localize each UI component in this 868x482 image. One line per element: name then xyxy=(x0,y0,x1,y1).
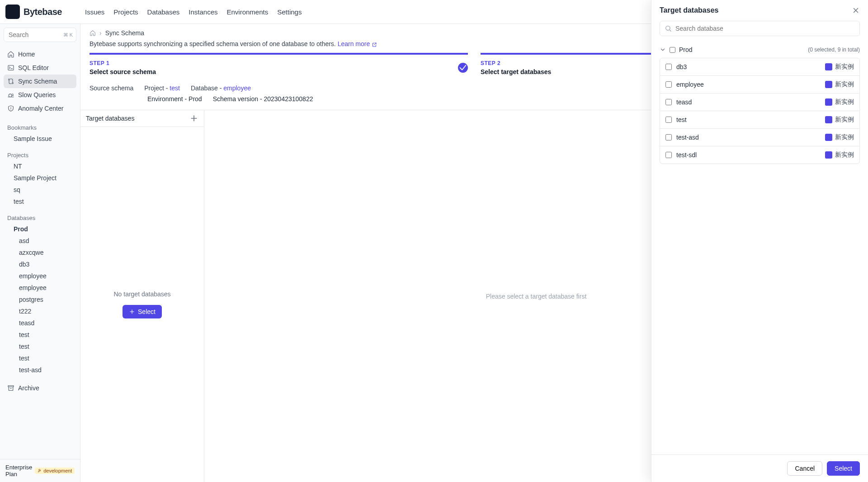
postgres-icon xyxy=(825,151,832,159)
env-select-all-checkbox[interactable] xyxy=(670,47,675,53)
plus-icon xyxy=(129,309,135,315)
db-item[interactable]: postgres xyxy=(4,294,76,305)
sidebar-projects: Projects NT Sample Project sq test xyxy=(0,150,80,207)
home-icon[interactable] xyxy=(90,30,96,36)
db-list: db3 新实例 employee 新实例 teasd xyxy=(660,58,860,164)
nav-issues[interactable]: Issues xyxy=(85,5,104,19)
sidebar-anomaly[interactable]: Anomaly Center xyxy=(4,102,76,115)
home-icon xyxy=(7,51,14,58)
plan-label: Enterprise Plan xyxy=(5,464,32,477)
db-row[interactable]: test-sdl 新实例 xyxy=(660,146,859,164)
db-item[interactable]: employee xyxy=(4,282,76,294)
database-link[interactable]: employee xyxy=(223,84,251,92)
db-item[interactable]: test xyxy=(4,329,76,341)
target-panel-title: Target databases xyxy=(86,115,134,122)
db-item[interactable]: t222 xyxy=(4,305,76,317)
sidebar-sql-editor[interactable]: SQL Editor xyxy=(4,61,76,75)
target-panel: Target databases No target databases Sel… xyxy=(80,110,204,482)
step-1-title: Select source schema xyxy=(90,68,156,75)
sidebar-slow-queries[interactable]: Slow Queries xyxy=(4,88,76,102)
postgres-icon xyxy=(825,134,832,141)
chevron-down-icon xyxy=(660,47,666,53)
bookmark-sample-issue[interactable]: Sample Issue xyxy=(4,133,76,145)
env-link[interactable]: Prod xyxy=(189,95,202,103)
project-item[interactable]: NT xyxy=(4,160,76,172)
database-label: Database - xyxy=(191,84,222,92)
db-checkbox[interactable] xyxy=(665,81,672,88)
brand-logo[interactable]: Bytebase xyxy=(5,5,78,19)
sidebar-item-label: Slow Queries xyxy=(18,91,56,98)
drawer-search-input[interactable] xyxy=(675,25,855,32)
projects-title: Projects xyxy=(4,150,76,160)
cancel-label: Cancel xyxy=(795,465,815,472)
instance-name: 新实例 xyxy=(835,151,854,159)
db-row[interactable]: employee 新实例 xyxy=(660,76,859,94)
sidebar-home[interactable]: Home xyxy=(4,47,76,61)
dev-badge: development xyxy=(35,468,75,474)
env-name: Prod xyxy=(679,46,693,53)
add-target-button[interactable] xyxy=(189,114,198,123)
instance-name: 新实例 xyxy=(835,133,854,141)
sidebar-item-label: Anomaly Center xyxy=(18,105,63,112)
db-item[interactable]: test xyxy=(4,341,76,352)
db-env-prod[interactable]: Prod xyxy=(4,223,76,235)
db-item[interactable]: test xyxy=(4,352,76,364)
sidebar-archive-wrap: Archive xyxy=(0,379,80,397)
drawer-header: Target databases xyxy=(651,0,868,21)
nav-projects[interactable]: Projects xyxy=(113,5,138,19)
db-row[interactable]: test 新实例 xyxy=(660,111,859,129)
db-checkbox[interactable] xyxy=(665,117,672,123)
select-targets-label: Select xyxy=(138,308,156,315)
step-2-title: Select target databases xyxy=(481,68,551,75)
db-checkbox[interactable] xyxy=(665,134,672,140)
db-row[interactable]: teasd 新实例 xyxy=(660,94,859,111)
nav-environments[interactable]: Environments xyxy=(226,5,268,19)
db-item[interactable]: db3 xyxy=(4,258,76,270)
db-row[interactable]: test-asd 新实例 xyxy=(660,129,859,146)
db-item[interactable]: azxcqwe xyxy=(4,247,76,258)
close-drawer-button[interactable] xyxy=(852,6,860,14)
db-checkbox[interactable] xyxy=(665,64,672,70)
select-label: Select xyxy=(835,465,852,472)
sidebar-item-label: Archive xyxy=(18,384,39,392)
db-name: employee xyxy=(676,81,704,88)
sidebar-sync-schema[interactable]: Sync Schema xyxy=(4,75,76,88)
version-link[interactable]: 20230423100822 xyxy=(264,95,313,103)
breadcrumb-current: Sync Schema xyxy=(105,29,144,37)
wrench-icon xyxy=(38,468,42,473)
project-link[interactable]: test xyxy=(170,84,180,92)
db-item[interactable]: employee xyxy=(4,270,76,282)
select-button[interactable]: Select xyxy=(827,461,860,476)
project-item[interactable]: Sample Project xyxy=(4,172,76,184)
instance-name: 新实例 xyxy=(835,80,854,89)
nav-instances[interactable]: Instances xyxy=(189,5,217,19)
sidebar: ⌘ K Home SQL Editor Sync Schema Slow Que… xyxy=(0,24,80,482)
project-item[interactable]: test xyxy=(4,196,76,207)
db-item[interactable]: test-asd xyxy=(4,364,76,376)
sidebar-archive[interactable]: Archive xyxy=(4,381,76,395)
project-label: Project - xyxy=(144,84,168,92)
postgres-icon xyxy=(825,116,832,123)
db-checkbox[interactable] xyxy=(665,99,672,105)
db-instance: 新实例 xyxy=(825,63,854,71)
sidebar-footer: Enterprise Plan development xyxy=(0,459,80,482)
sidebar-search: ⌘ K xyxy=(4,28,76,42)
db-name: test-asd xyxy=(676,134,699,141)
learn-more-link[interactable]: Learn more xyxy=(338,40,377,47)
drawer-title: Target databases xyxy=(660,6,718,14)
db-item[interactable]: teasd xyxy=(4,317,76,329)
sidebar-item-label: Sync Schema xyxy=(18,78,57,85)
nav-databases[interactable]: Databases xyxy=(147,5,180,19)
cancel-button[interactable]: Cancel xyxy=(787,461,822,476)
sidebar-item-label: SQL Editor xyxy=(18,64,49,71)
archive-icon xyxy=(7,384,14,392)
snail-icon xyxy=(7,91,14,98)
target-drawer: Target databases Prod (0 selected, 9 in … xyxy=(651,0,868,482)
db-checkbox[interactable] xyxy=(665,152,672,158)
db-item[interactable]: asd xyxy=(4,235,76,247)
env-group-header[interactable]: Prod (0 selected, 9 in total) xyxy=(660,42,860,58)
nav-settings[interactable]: Settings xyxy=(277,5,302,19)
db-row[interactable]: db3 新实例 xyxy=(660,58,859,76)
project-item[interactable]: sq xyxy=(4,184,76,196)
select-targets-button[interactable]: Select xyxy=(123,305,162,318)
